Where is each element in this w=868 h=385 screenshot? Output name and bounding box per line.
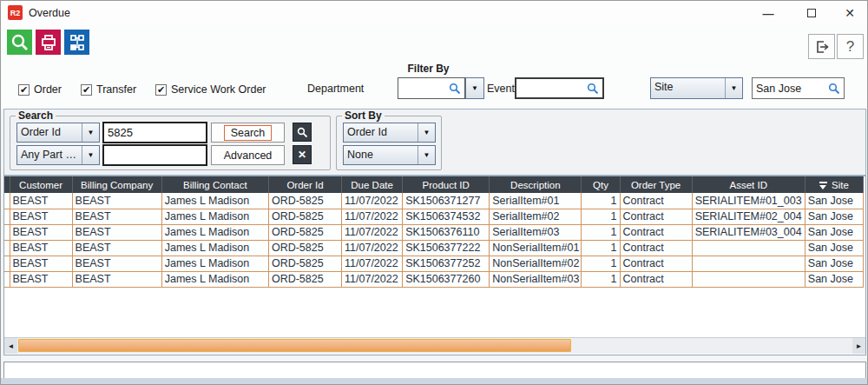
table-row[interactable]: BEASTBEASTJames L MadisonORD-582511/07/2… bbox=[4, 240, 864, 256]
sort-secondary-dropdown[interactable]: None ▼ bbox=[343, 145, 436, 165]
column-header-billing-company[interactable]: Billing Company bbox=[72, 176, 161, 193]
cell-asset-id[interactable]: SERIALITEM#01_003 bbox=[692, 193, 805, 209]
cell-product-id[interactable]: SK1506377252 bbox=[403, 256, 490, 271]
close-button[interactable]: ✕ bbox=[836, 3, 864, 23]
search-query-input[interactable]: 5825 bbox=[102, 122, 207, 143]
cell-description[interactable]: NonSerialItem#02 bbox=[490, 256, 582, 271]
minimize-button[interactable]: — bbox=[754, 3, 782, 23]
cell-product-id[interactable]: SK1506374532 bbox=[403, 209, 490, 224]
cell-customer[interactable]: BEAST bbox=[10, 193, 72, 209]
cell-qty[interactable]: 1 bbox=[582, 240, 620, 256]
cell-site[interactable]: San Jose bbox=[805, 224, 863, 240]
cell-site[interactable]: San Jose bbox=[805, 240, 863, 256]
cell-qty[interactable]: 1 bbox=[582, 224, 620, 240]
cell-order-id[interactable]: ORD-5825 bbox=[268, 224, 341, 240]
search-icon[interactable] bbox=[828, 83, 840, 95]
search-icon[interactable] bbox=[449, 83, 461, 95]
cell-order-type[interactable]: Contract bbox=[620, 224, 692, 240]
table-row[interactable]: BEASTBEASTJames L MadisonORD-582511/07/2… bbox=[4, 193, 864, 209]
horizontal-scrollbar[interactable]: ◄ ► bbox=[4, 337, 865, 354]
cell-billing-company[interactable]: BEAST bbox=[72, 256, 161, 271]
cell-order-type[interactable]: Contract bbox=[620, 209, 692, 224]
scrollbar-track[interactable] bbox=[17, 338, 852, 354]
column-header-customer[interactable]: Customer bbox=[10, 176, 72, 193]
cell-order-type[interactable]: Contract bbox=[620, 193, 692, 209]
cell-due-date[interactable]: 11/07/2022 bbox=[342, 271, 403, 287]
cell-product-id[interactable]: SK1506377222 bbox=[403, 240, 490, 256]
table-row[interactable]: BEASTBEASTJames L MadisonORD-582511/07/2… bbox=[4, 224, 864, 240]
cell-order-type[interactable]: Contract bbox=[620, 256, 692, 271]
scroll-left-icon[interactable]: ◄ bbox=[4, 338, 17, 354]
maximize-button[interactable] bbox=[798, 3, 825, 23]
department-dropdown-button[interactable]: ▼ bbox=[465, 77, 484, 99]
cell-billing-company[interactable]: BEAST bbox=[72, 271, 161, 287]
cell-description[interactable]: NonSerialItem#03 bbox=[490, 271, 582, 287]
column-header-description[interactable]: Description bbox=[490, 176, 582, 193]
cell-order-id[interactable]: ORD-5825 bbox=[268, 240, 341, 256]
column-header-site[interactable]: Site bbox=[805, 176, 863, 193]
cell-customer[interactable]: BEAST bbox=[10, 224, 72, 240]
cell-description[interactable]: SerialItem#01 bbox=[490, 193, 582, 209]
exit-button[interactable] bbox=[808, 34, 835, 59]
cell-product-id[interactable]: SK1506371277 bbox=[403, 193, 490, 209]
column-header-order-id[interactable]: Order Id bbox=[268, 176, 341, 193]
cell-product-id[interactable]: SK1506377260 bbox=[403, 271, 490, 287]
cell-customer[interactable]: BEAST bbox=[10, 271, 72, 287]
cell-order-id[interactable]: ORD-5825 bbox=[268, 193, 341, 209]
scrollbar-thumb[interactable] bbox=[18, 339, 571, 352]
column-header-due-date[interactable]: Due Date bbox=[342, 176, 403, 193]
help-button[interactable]: ? bbox=[837, 34, 864, 59]
cell-qty[interactable]: 1 bbox=[582, 256, 620, 271]
cell-asset-id[interactable] bbox=[692, 240, 805, 256]
cell-order-type[interactable]: Contract bbox=[620, 240, 692, 256]
cell-customer[interactable]: BEAST bbox=[10, 240, 72, 256]
cell-billing-contact[interactable]: James L Madison bbox=[161, 240, 268, 256]
cell-order-type[interactable]: Contract bbox=[620, 271, 692, 287]
cell-due-date[interactable]: 11/07/2022 bbox=[342, 224, 403, 240]
site-dropdown[interactable]: Site ▼ bbox=[650, 77, 743, 99]
cell-due-date[interactable]: 11/07/2022 bbox=[342, 209, 403, 224]
cell-customer[interactable]: BEAST bbox=[10, 256, 72, 271]
clear-search-button[interactable]: ✕ bbox=[293, 145, 312, 164]
sort-primary-dropdown[interactable]: Order Id ▼ bbox=[343, 123, 436, 143]
site-search-input[interactable]: San Jose bbox=[752, 77, 845, 99]
cell-billing-company[interactable]: BEAST bbox=[72, 240, 161, 256]
cell-customer[interactable]: BEAST bbox=[10, 209, 72, 224]
cell-qty[interactable]: 1 bbox=[582, 193, 620, 209]
cell-site[interactable]: San Jose bbox=[805, 193, 863, 209]
cell-billing-company[interactable]: BEAST bbox=[72, 193, 161, 209]
cell-description[interactable]: SerialItem#02 bbox=[490, 209, 582, 224]
search-icon[interactable] bbox=[587, 83, 599, 95]
cell-description[interactable]: NonSerialItem#01 bbox=[490, 240, 582, 256]
advanced-button[interactable]: Advanced bbox=[211, 145, 285, 165]
cell-due-date[interactable]: 11/07/2022 bbox=[342, 193, 403, 209]
search-field-dropdown[interactable]: Order Id ▼ bbox=[16, 123, 100, 143]
cell-due-date[interactable]: 11/07/2022 bbox=[342, 256, 403, 271]
cell-billing-contact[interactable]: James L Madison bbox=[161, 209, 268, 224]
cell-due-date[interactable]: 11/07/2022 bbox=[342, 240, 403, 256]
cell-billing-company[interactable]: BEAST bbox=[72, 209, 161, 224]
order-checkbox[interactable]: ✔ Order bbox=[18, 83, 62, 96]
cell-product-id[interactable]: SK1506376110 bbox=[403, 224, 490, 240]
cell-billing-contact[interactable]: James L Madison bbox=[161, 193, 268, 209]
cell-qty[interactable]: 1 bbox=[582, 271, 620, 287]
cell-site[interactable]: San Jose bbox=[805, 271, 863, 287]
workflow-toolbar-button[interactable] bbox=[64, 30, 89, 55]
cell-asset-id[interactable]: SERIALITEM#02_004 bbox=[692, 209, 805, 224]
cell-order-id[interactable]: ORD-5825 bbox=[268, 256, 341, 271]
cell-qty[interactable]: 1 bbox=[582, 209, 620, 224]
print-toolbar-button[interactable] bbox=[36, 30, 61, 55]
cell-description[interactable]: SerialItem#03 bbox=[490, 224, 582, 240]
search-match-dropdown[interactable]: Any Part of ... ▼ bbox=[16, 145, 100, 165]
cell-asset-id[interactable] bbox=[692, 256, 805, 271]
column-header-qty[interactable]: Qty bbox=[582, 176, 620, 193]
event-input[interactable] bbox=[515, 77, 604, 99]
search-button[interactable]: Search bbox=[211, 123, 285, 143]
search-icon-button[interactable] bbox=[293, 123, 312, 142]
department-input[interactable] bbox=[398, 77, 465, 99]
cell-site[interactable]: San Jose bbox=[805, 256, 863, 271]
table-row[interactable]: BEASTBEASTJames L MadisonORD-582511/07/2… bbox=[4, 209, 864, 224]
search-query2-input[interactable] bbox=[102, 144, 207, 166]
cell-order-id[interactable]: ORD-5825 bbox=[268, 271, 341, 287]
column-header-asset-id[interactable]: Asset ID bbox=[692, 176, 805, 193]
